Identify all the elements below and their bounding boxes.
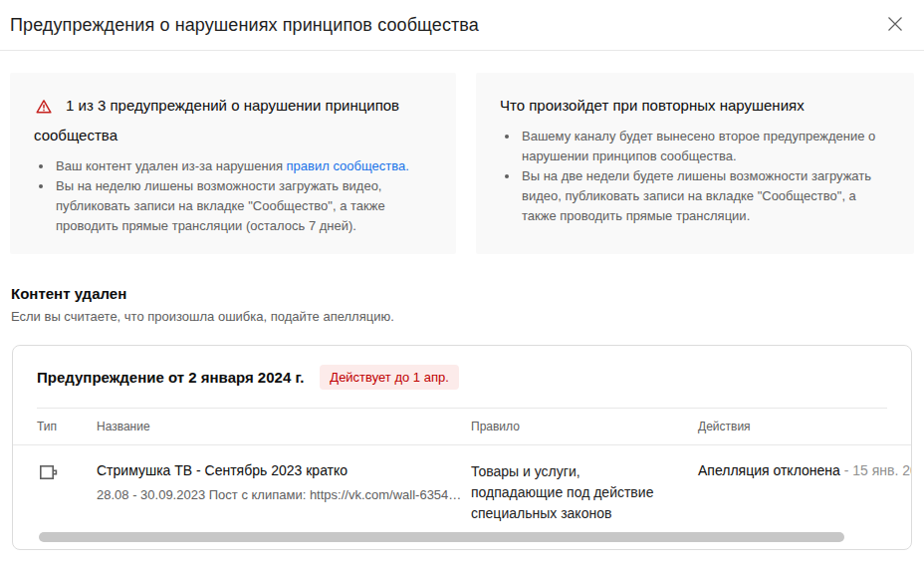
content-removed-section: Контент удален Если вы считаете, что про… — [10, 285, 914, 324]
appeal-date: - 15 янв. 20 — [840, 462, 912, 478]
repeat-violations-item-two-week-ban: Вы на две недели будете лишены возможнос… — [520, 166, 890, 226]
actions-cell: Апелляция отклонена - 15 янв. 20 — [698, 461, 912, 524]
warning-card-header: Предупреждение от 2 января 2024 г. Дейст… — [13, 346, 911, 408]
removed-text: Ваш контент удален из-за нарушения — [56, 158, 287, 173]
warning-details-card: Предупреждение от 2 января 2024 г. Дейст… — [12, 345, 912, 550]
appeal-status: Апелляция отклонена — [698, 462, 840, 478]
table-header-row: Тип Название Правило Действия — [13, 409, 912, 444]
repeat-violations-card: Что произойдет при повторных нарушениях … — [476, 73, 914, 254]
content-subtitle: 28.08 - 30.09.2023 Пост с клипами: https… — [97, 486, 471, 504]
strike-summary-item-removed: Ваш контент удален из-за нарушения прави… — [54, 156, 432, 176]
repeat-violations-item-second-strike: Вашему каналу будет вынесено второе пред… — [520, 127, 890, 166]
horizontal-scrollbar-thumb[interactable] — [39, 532, 844, 542]
dialog-title: Предупреждения о нарушениях принципов со… — [10, 15, 479, 36]
strike-summary-item-restriction: Вы на неделю лишены возможности загружат… — [54, 176, 432, 236]
horizontal-scrollbar-track — [13, 528, 911, 549]
warning-card-title: Предупреждение от 2 января 2024 г. — [37, 369, 304, 386]
strike-summary-list: Ваш контент удален из-за нарушения прави… — [34, 156, 432, 236]
strike-summary-heading: 1 из 3 предупреждений о нарушении принци… — [34, 93, 432, 148]
column-header-type: Тип — [37, 420, 97, 433]
warning-triangle-icon — [34, 97, 54, 123]
strike-summary-card: 1 из 3 предупреждений о нарушении принци… — [10, 73, 456, 254]
column-header-policy: Правило — [471, 420, 698, 433]
column-header-actions: Действия — [698, 420, 912, 433]
dialog-header: Предупреждения о нарушениях принципов со… — [0, 0, 924, 51]
policy-cell: Товары и услуги, подпадающие под действи… — [471, 461, 698, 524]
content-title[interactable]: Стримушка ТВ - Сентябрь 2023 кратко — [97, 461, 471, 479]
content-removed-heading: Контент удален — [11, 285, 914, 302]
name-cell: Стримушка ТВ - Сентябрь 2023 кратко 28.0… — [97, 461, 471, 524]
strike-summary-heading-text: 1 из 3 предупреждений о нарушении принци… — [34, 97, 399, 143]
column-header-name: Название — [97, 420, 471, 433]
active-until-badge: Действует до 1 апр. — [320, 365, 458, 390]
community-guidelines-dialog: Предупреждения о нарушениях принципов со… — [0, 0, 924, 572]
video-icon — [37, 468, 61, 485]
close-icon — [887, 16, 903, 35]
type-cell — [37, 461, 97, 524]
dialog-body: 1 из 3 предупреждений о нарушении принци… — [0, 73, 924, 572]
content-removed-subtitle: Если вы считаете, что произошла ошибка, … — [11, 309, 914, 324]
community-guidelines-link[interactable]: правил сообщества. — [287, 158, 409, 173]
repeat-violations-heading: Что произойдет при повторных нарушениях — [500, 93, 890, 119]
summary-cards-row: 1 из 3 предупреждений о нарушении принци… — [10, 73, 914, 254]
close-button[interactable] — [882, 12, 908, 38]
repeat-violations-list: Вашему каналу будет вынесено второе пред… — [500, 127, 890, 226]
table-row[interactable]: Стримушка ТВ - Сентябрь 2023 кратко 28.0… — [13, 445, 912, 528]
